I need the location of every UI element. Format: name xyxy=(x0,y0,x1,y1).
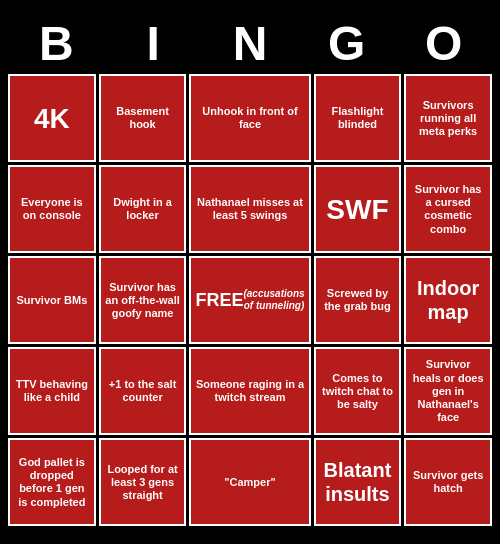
bingo-cell-0[interactable]: 4K xyxy=(8,74,96,162)
letter-o: O xyxy=(400,18,488,71)
bingo-cell-5[interactable]: Everyone is on console xyxy=(8,165,96,253)
bingo-cell-14[interactable]: Indoor map xyxy=(404,256,492,344)
letter-n: N xyxy=(206,18,294,71)
bingo-cell-13[interactable]: Screwed by the grab bug xyxy=(314,256,402,344)
bingo-cell-12[interactable]: FREE(accusations of tunneling) xyxy=(189,256,310,344)
bingo-cell-3[interactable]: Flashlight blinded xyxy=(314,74,402,162)
bingo-cell-23[interactable]: Blatant insults xyxy=(314,438,402,526)
bingo-cell-24[interactable]: Survivor gets hatch xyxy=(404,438,492,526)
bingo-cell-9[interactable]: Survivor has a cursed cosmetic combo xyxy=(404,165,492,253)
letter-g: G xyxy=(303,18,391,71)
bingo-cell-15[interactable]: TTV behaving like a child xyxy=(8,347,96,435)
bingo-cell-7[interactable]: Nathanael misses at least 5 swings xyxy=(189,165,310,253)
bingo-cell-20[interactable]: God pallet is dropped before 1 gen is co… xyxy=(8,438,96,526)
bingo-cell-17[interactable]: Someone raging in a twitch stream xyxy=(189,347,310,435)
bingo-cell-21[interactable]: Looped for at least 3 gens straight xyxy=(99,438,187,526)
bingo-cell-16[interactable]: +1 to the salt counter xyxy=(99,347,187,435)
bingo-cell-10[interactable]: Survivor BMs xyxy=(8,256,96,344)
bingo-cell-2[interactable]: Unhook in front of face xyxy=(189,74,310,162)
bingo-grid: 4KBasement hookUnhook in front of faceFl… xyxy=(8,74,492,526)
bingo-cell-6[interactable]: Dwight in a locker xyxy=(99,165,187,253)
bingo-cell-8[interactable]: SWF xyxy=(314,165,402,253)
letter-b: B xyxy=(12,18,100,71)
bingo-cell-19[interactable]: Survivor heals or does gen in Nathanael'… xyxy=(404,347,492,435)
letter-i: I xyxy=(109,18,197,71)
bingo-header: B I N G O xyxy=(8,18,492,71)
bingo-cell-1[interactable]: Basement hook xyxy=(99,74,187,162)
bingo-cell-18[interactable]: Comes to twitch chat to be salty xyxy=(314,347,402,435)
bingo-cell-11[interactable]: Survivor has an off-the-wall goofy name xyxy=(99,256,187,344)
bingo-cell-4[interactable]: Survivors running all meta perks xyxy=(404,74,492,162)
bingo-cell-22[interactable]: "Camper" xyxy=(189,438,310,526)
bingo-card: B I N G O 4KBasement hookUnhook in front… xyxy=(0,10,500,535)
